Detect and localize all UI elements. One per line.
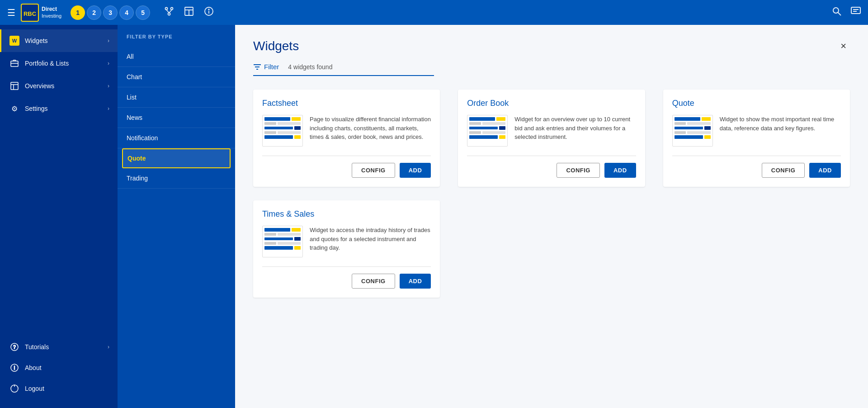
svg-line-6: [169, 10, 172, 13]
filter-trading[interactable]: Trading: [118, 168, 235, 189]
svg-point-2: [165, 8, 168, 10]
tab-2[interactable]: 2: [87, 5, 101, 20]
config-button-timessales[interactable]: CONFIG: [352, 274, 395, 289]
tab-3[interactable]: 3: [103, 5, 118, 20]
widget-card-orderbook: Order Book Widget for an overview over u…: [458, 90, 645, 187]
main-layout: W Widgets › Portfolio & Lists ›: [0, 25, 868, 408]
filter-bar: Filter 4 widgets found: [253, 63, 434, 76]
divider: [262, 156, 431, 156]
sidebar-item-about[interactable]: i About: [0, 357, 118, 378]
widget-thumbnail-timessales: [262, 226, 303, 257]
portfolio-icon: [9, 58, 19, 68]
tutorials-icon: ?: [9, 342, 19, 352]
widget-body-timessales: Widget to access the intraday history of…: [262, 226, 431, 257]
widget-actions-orderbook: CONFIG ADD: [467, 163, 636, 178]
svg-point-12: [208, 9, 209, 10]
sidebar-item-settings[interactable]: ⚙ Settings ›: [0, 97, 118, 120]
widget-actions-timessales: CONFIG ADD: [262, 274, 431, 289]
divider: [467, 156, 636, 156]
widget-desc-quote: Widget to show the most important real t…: [720, 115, 841, 147]
search-icon[interactable]: [832, 6, 842, 19]
widget-card-quote: Quote Widget to show the most important …: [663, 90, 850, 187]
svg-line-5: [166, 10, 169, 13]
logout-icon: [9, 384, 19, 394]
filter-all[interactable]: All: [118, 47, 235, 67]
widget-desc-orderbook: Widget for an overview over up to 10 cur…: [514, 115, 636, 147]
widget-card-timessales: Times & Sales Widget to access the intra…: [253, 200, 440, 298]
filter-news[interactable]: News: [118, 108, 235, 128]
config-button-orderbook[interactable]: CONFIG: [557, 163, 600, 178]
about-icon: i: [9, 363, 19, 373]
sidebar-item-tutorials[interactable]: ? Tutorials ›: [0, 337, 118, 357]
logo-area: RBC Direct Investing: [21, 4, 61, 22]
branch-icon[interactable]: [164, 6, 175, 19]
filter-icon: [253, 63, 261, 71]
sidebar-item-widgets[interactable]: W Widgets ›: [0, 29, 118, 52]
svg-text:?: ?: [13, 345, 16, 350]
chevron-right-icon: ›: [108, 38, 109, 44]
svg-line-14: [838, 13, 841, 16]
widget-desc-timessales: Widget to access the intraday history of…: [310, 226, 431, 257]
filter-panel: FILTER BY TYPE All Chart List News Notif…: [118, 25, 235, 408]
widget-body-factsheet: Page to visualize different financial in…: [262, 115, 431, 147]
chevron-right-icon: ›: [108, 105, 109, 112]
svg-rect-20: [11, 82, 18, 90]
svg-text:RBC: RBC: [24, 10, 37, 17]
svg-rect-18: [11, 61, 18, 66]
filter-label[interactable]: Filter: [264, 63, 279, 71]
add-button-timessales[interactable]: ADD: [400, 274, 431, 289]
chevron-right-icon: ›: [108, 83, 109, 89]
widget-body-orderbook: Widget for an overview over up to 10 cur…: [467, 115, 636, 147]
chat-icon[interactable]: [851, 7, 861, 18]
svg-text:i: i: [14, 365, 15, 370]
filter-chart[interactable]: Chart: [118, 67, 235, 87]
add-button-factsheet[interactable]: ADD: [400, 163, 431, 178]
svg-point-4: [168, 13, 170, 15]
rbc-logo: RBC: [21, 4, 39, 22]
sidebar-item-portfolio[interactable]: Portfolio & Lists ›: [0, 52, 118, 75]
tab-1[interactable]: 1: [71, 5, 85, 20]
nav-icons: [164, 6, 214, 19]
info-icon[interactable]: [203, 6, 214, 19]
left-sidebar: W Widgets › Portfolio & Lists ›: [0, 25, 118, 408]
widgets-grid: Factsheet Page to visualize different fi…: [253, 90, 850, 298]
sidebar-bottom: ? Tutorials › i About: [0, 337, 118, 408]
widget-thumbnail-orderbook: [467, 115, 508, 147]
widget-card-factsheet: Factsheet Page to visualize different fi…: [253, 90, 440, 187]
close-button[interactable]: ×: [837, 38, 850, 54]
filter-list[interactable]: List: [118, 87, 235, 108]
top-navigation: ☰ RBC Direct Investing 1 2 3 4 5: [0, 0, 868, 25]
widget-thumbnail-factsheet: [262, 115, 303, 147]
tab-4[interactable]: 4: [119, 5, 134, 20]
layout-icon[interactable]: [184, 6, 194, 19]
hamburger-menu[interactable]: ☰: [7, 7, 15, 18]
tab-numbers: 1 2 3 4 5: [71, 5, 150, 20]
filter-quote[interactable]: Quote: [122, 148, 231, 168]
filter-title: FILTER BY TYPE: [118, 34, 235, 47]
divider: [262, 266, 431, 267]
widget-title-orderbook: Order Book: [467, 99, 636, 108]
config-button-factsheet[interactable]: CONFIG: [352, 163, 395, 178]
widgets-count: 4 widgets found: [288, 63, 332, 71]
widget-actions-quote: CONFIG ADD: [672, 163, 841, 178]
tab-5[interactable]: 5: [136, 5, 150, 20]
svg-point-13: [833, 8, 839, 13]
page-title: Widgets: [253, 39, 299, 53]
config-button-quote[interactable]: CONFIG: [762, 163, 805, 178]
filter-notification[interactable]: Notification: [118, 128, 235, 148]
svg-point-3: [171, 8, 173, 10]
widget-title-factsheet: Factsheet: [262, 99, 431, 108]
sidebar-item-logout[interactable]: Logout: [0, 378, 118, 399]
main-header: Widgets ×: [253, 38, 850, 54]
chevron-right-icon: ›: [108, 344, 109, 350]
add-button-quote[interactable]: ADD: [809, 163, 841, 178]
main-content: Widgets × Filter 4 widgets found Factshe…: [235, 25, 868, 408]
chevron-right-icon: ›: [108, 60, 109, 66]
add-button-orderbook[interactable]: ADD: [604, 163, 636, 178]
widget-actions-factsheet: CONFIG ADD: [262, 163, 431, 178]
nav-right: [832, 6, 861, 19]
widget-title-timessales: Times & Sales: [262, 209, 431, 219]
sidebar-item-overviews[interactable]: Overviews ›: [0, 75, 118, 97]
filter-icon-label: Filter: [253, 63, 279, 71]
widget-body-quote: Widget to show the most important real t…: [672, 115, 841, 147]
